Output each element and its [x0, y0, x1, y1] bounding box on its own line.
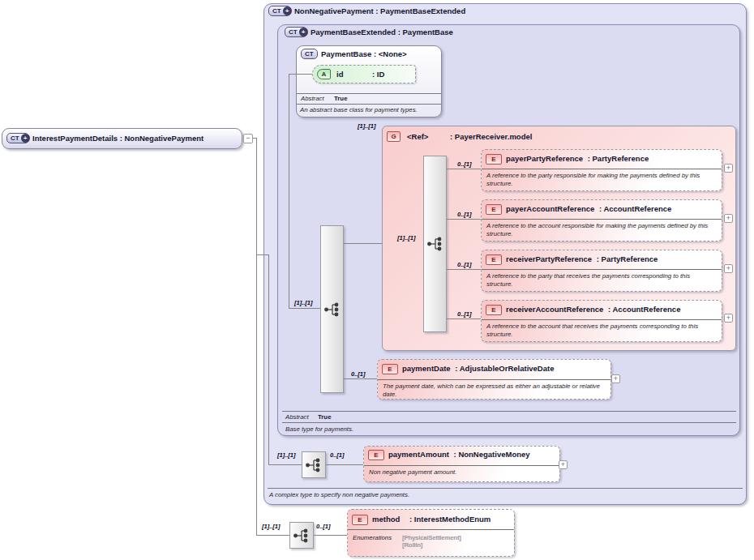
e-icon-text: E — [374, 451, 378, 459]
element-icon: E — [486, 204, 502, 215]
element-payer-party-reference: E payerPartyReference : PartyReference A… — [481, 149, 722, 191]
e-icon-text: E — [491, 156, 495, 163]
sequence-bar — [423, 156, 447, 332]
attribute-name: id — [336, 70, 343, 79]
plus-icon: + — [726, 264, 730, 272]
element-type: : NonNegativeMoney — [454, 450, 530, 459]
element-name: paymentDate — [402, 364, 451, 373]
payment-base-annotation: An abstract base class for payment types… — [300, 106, 418, 113]
divider — [297, 93, 441, 94]
sequence-icon — [293, 528, 311, 544]
plus-circle-icon: + — [21, 134, 30, 143]
element-annotation: A reference to the party responsible for… — [486, 172, 717, 188]
element-receiver-account-reference: E receiverAccountReference : AccountRefe… — [481, 300, 722, 342]
expand-toggle[interactable]: + — [724, 314, 733, 323]
element-payment-date: E paymentDate : AdjustableOrRelativeDate… — [377, 359, 611, 400]
e-icon-text: E — [491, 206, 495, 213]
element-name-type: receiverAccountReference : AccountRefere… — [506, 305, 680, 314]
element-annotation: Non negative payment amount. — [369, 468, 555, 477]
plus-circle-icon: + — [299, 28, 308, 36]
cardinality-label: [1]..[1] — [294, 299, 313, 306]
group-icon: G — [387, 131, 401, 142]
divider — [482, 269, 722, 270]
cardinality-label: 0..[1] — [457, 310, 472, 318]
complex-type-plus-icon: CT + — [268, 6, 291, 16]
divider — [482, 169, 722, 169]
divider — [364, 465, 559, 466]
element-icon: E — [486, 154, 502, 165]
attribute-icon: A — [317, 69, 331, 79]
cardinality-label: [1]..[1] — [277, 451, 296, 459]
connector-line — [256, 254, 268, 255]
cardinality-label: [1]..[1] — [397, 234, 416, 242]
expand-toggle[interactable]: + — [724, 214, 733, 223]
divider — [268, 488, 743, 489]
element-type: : AccountReference — [599, 204, 671, 213]
element-receiver-party-reference: E receiverPartyReference : PartyReferenc… — [481, 250, 722, 292]
attribute-id-box: A id : ID — [312, 65, 416, 83]
non-negative-payment-title: NonNegativePayment : PaymentBaseExtended — [294, 6, 465, 15]
element-icon: E — [352, 515, 368, 525]
element-name-type: payerPartyReference : PartyReference — [506, 154, 649, 163]
connector-line — [256, 535, 289, 536]
element-name: payerAccountReference — [506, 204, 594, 213]
element-name: method — [372, 515, 400, 524]
expand-toggle[interactable]: + — [611, 374, 620, 383]
attribute-type: : ID — [372, 70, 384, 79]
element-payment-amount: E paymentAmount : NonNegativeMoney Non n… — [363, 446, 560, 482]
complex-type-plus-icon: CT + — [285, 27, 307, 37]
element-type: : AdjustableOrRelativeDate — [455, 364, 554, 373]
schema-diagram: CT + NonNegativePayment : PaymentBaseExt… — [0, 0, 754, 560]
cardinality-label: 0..[1] — [330, 451, 345, 459]
enumeration-value: [RollIn] — [402, 541, 461, 549]
plus-icon: + — [726, 164, 730, 172]
group-name: <Ref> — [407, 132, 428, 141]
expand-toggle[interactable]: + — [724, 264, 733, 273]
payment-base-extended-annotation: Base type for payments. — [285, 425, 353, 433]
element-type: : AccountReference — [608, 305, 680, 314]
expand-toggle[interactable]: + — [559, 460, 568, 469]
element-name: paymentAmount — [388, 450, 449, 459]
sequence-box — [289, 522, 314, 549]
element-annotation: A reference to the party that receives t… — [486, 272, 717, 289]
root-title: InterestPaymentDetails : NonNegativePaym… — [32, 134, 203, 143]
non-negative-payment-annotation: A complex type to specify non negative p… — [269, 491, 409, 498]
element-type: : PartyReference — [588, 154, 649, 163]
plus-icon: + — [614, 374, 618, 383]
element-type: : InterestMethodEnum — [409, 515, 491, 524]
abstract-label: Abstract — [285, 413, 309, 421]
divider — [348, 529, 514, 530]
connector-line — [256, 138, 257, 536]
abstract-value: True — [334, 95, 347, 102]
element-icon: E — [368, 450, 384, 460]
ct-icon-text: CT — [11, 135, 19, 142]
sequence-bar — [320, 225, 344, 393]
plus-icon: + — [726, 214, 730, 222]
plus-circle-icon: + — [283, 6, 292, 15]
e-icon-text: E — [491, 256, 495, 263]
complex-type-plus-icon: CT + — [6, 133, 29, 143]
connector-line — [289, 74, 314, 75]
divider — [282, 422, 736, 423]
expand-toggle[interactable]: + — [724, 164, 733, 173]
payment-base-title: PaymentBase : <None> — [321, 49, 407, 58]
divider — [378, 379, 610, 380]
connector-line — [447, 219, 481, 220]
connector-line — [314, 535, 347, 536]
element-annotation: The payment date, which can be expressed… — [383, 383, 606, 399]
cardinality-label: 0..[1] — [457, 261, 472, 268]
element-icon: E — [486, 305, 502, 315]
ct-icon-text: CT — [272, 7, 281, 15]
element-name: receiverPartyReference — [506, 254, 592, 263]
minus-icon: − — [246, 134, 250, 142]
payment-base-extended-title: PaymentBaseExtended : PaymentBase — [311, 28, 453, 36]
element-name: receiverAccountReference — [506, 305, 603, 314]
connector-line — [268, 254, 269, 465]
divider — [482, 319, 722, 320]
enumeration-values: [PhysicalSettlement] [RollIn] — [402, 534, 461, 549]
plus-icon: + — [561, 460, 565, 468]
abstract-value: True — [318, 413, 331, 421]
collapse-toggle[interactable]: − — [243, 134, 253, 143]
ct-icon-text: CT — [305, 50, 314, 58]
ct-icon-text: CT — [289, 28, 298, 36]
